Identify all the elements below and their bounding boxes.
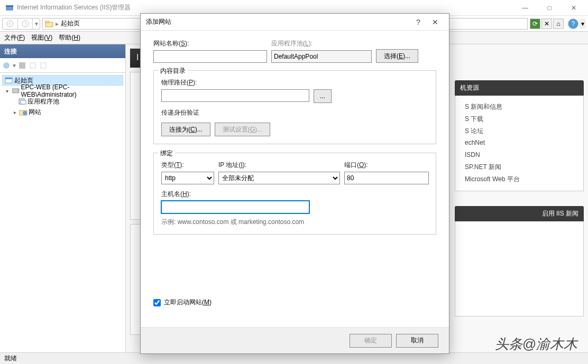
save-icon[interactable]: [18, 61, 26, 70]
svg-rect-5: [45, 21, 49, 23]
binding-fieldset: 绑定 类型(T): http IP 地址(I): 全部未分配 端口(O): 主机…: [153, 153, 436, 235]
browse-path-button[interactable]: ...: [314, 89, 332, 103]
resource-link[interactable]: S 新闻和信息: [465, 101, 578, 113]
svg-rect-11: [5, 78, 12, 79]
back-button[interactable]: [3, 18, 17, 29]
dialog-footer: 确定 取消: [141, 327, 449, 353]
resource-link[interactable]: Microsoft Web 平台: [465, 173, 578, 185]
stop-icon[interactable]: ✕: [541, 18, 552, 29]
window-title: Internet Information Services (IIS)管理器: [17, 3, 513, 12]
nav-tools: ⟳ ✕ ⌂ ? ▾: [530, 18, 586, 29]
breadcrumb-home[interactable]: 起始页: [61, 19, 80, 28]
tree-sites[interactable]: ▸ 网站: [2, 107, 123, 117]
dialog-title-text: 添加网站: [146, 17, 410, 26]
cancel-button[interactable]: 取消: [396, 334, 438, 348]
resource-link[interactable]: echNet: [465, 137, 578, 149]
connection-tree: 起始页 ▾ EPC-WEB (EPC-WEB\Administrator) 应用…: [0, 73, 125, 119]
test-settings-button: 测试设置(G)...: [215, 123, 270, 136]
refresh-icon[interactable]: ⟳: [530, 18, 540, 29]
tree-server[interactable]: ▾ EPC-WEB (EPC-WEB\Administrator): [2, 86, 123, 96]
dialog-help-button[interactable]: ?: [410, 15, 427, 30]
help-dropdown[interactable]: ▾: [580, 18, 586, 29]
app-pool-input: [271, 50, 372, 63]
physical-path-input[interactable]: [161, 89, 309, 102]
ip-select[interactable]: 全部未分配: [218, 172, 340, 184]
physical-path-label: 物理路径(P):: [161, 79, 197, 86]
maximize-button[interactable]: □: [537, 0, 562, 16]
connect-as-button[interactable]: 连接为(C)...: [161, 123, 210, 136]
site-name-label: 网站名称(S):: [153, 39, 267, 48]
dialog-titlebar: 添加网站 ? ✕: [141, 14, 449, 31]
menu-help[interactable]: 帮助(H): [59, 33, 80, 42]
news-panel: [455, 221, 584, 316]
svg-point-6: [3, 62, 10, 69]
port-input[interactable]: [344, 172, 429, 184]
select-pool-button[interactable]: 选择(E)...: [376, 49, 418, 63]
type-label: 类型(T):: [161, 161, 214, 170]
sidebar-toolbar: ▾: [0, 58, 125, 73]
svg-rect-8: [30, 63, 35, 68]
dropdown-arrow[interactable]: ▾: [32, 18, 40, 29]
sites-icon: [19, 108, 27, 116]
nav-arrows: ▾: [2, 18, 40, 30]
app-icon: [5, 4, 14, 12]
dialog-body: 网站名称(S): 应用程序池(L): 选择(E)... 内容目录 物理路径(P)…: [141, 31, 449, 327]
news-header[interactable]: 启用 IIS 新闻: [455, 206, 584, 221]
content-dir-legend: 内容目录: [158, 67, 188, 76]
statusbar: 就绪: [0, 352, 588, 364]
add-website-dialog: 添加网站 ? ✕ 网站名称(S): 应用程序池(L): 选择(E)... 内容目…: [140, 13, 449, 354]
connections-sidebar: 连接 ▾ 起始页 ▾ EPC-WEB (EPC-WEB\Administrato…: [0, 44, 126, 352]
breadcrumb-arrow: ▸: [56, 20, 59, 27]
pass-auth-label: 传递身份验证: [161, 108, 428, 117]
minimize-button[interactable]: —: [513, 0, 537, 16]
hostname-label: 主机名(H):: [161, 190, 191, 198]
hostname-input[interactable]: [161, 201, 309, 213]
start-immediately-row[interactable]: 立即启动网站(M): [153, 298, 436, 307]
svg-point-13: [17, 90, 19, 91]
type-select[interactable]: http: [161, 172, 214, 184]
svg-rect-9: [41, 63, 46, 68]
status-ready: 就绪: [4, 354, 17, 363]
folder-icon: [45, 20, 53, 28]
svg-point-17: [23, 111, 27, 115]
watermark: 头条@渝木木: [495, 335, 577, 353]
forward-button[interactable]: [17, 18, 32, 29]
start-immediately-checkbox[interactable]: [153, 299, 161, 306]
port-label: 端口(O):: [344, 161, 429, 170]
up-icon[interactable]: [29, 61, 37, 70]
toolbar-dropdown[interactable]: ▾: [13, 62, 16, 69]
svg-rect-1: [6, 5, 13, 7]
resource-link[interactable]: ISDN: [465, 149, 578, 161]
connect-icon[interactable]: [2, 61, 11, 70]
settings-icon[interactable]: [39, 61, 48, 70]
resource-link[interactable]: S 下载: [465, 113, 578, 125]
tree-expand-icon[interactable]: ▸: [12, 109, 18, 115]
home-tree-icon: [5, 76, 13, 85]
site-name-input[interactable]: [153, 50, 267, 63]
ip-label: IP 地址(I):: [218, 161, 340, 170]
help-icon[interactable]: ?: [568, 18, 578, 29]
svg-rect-15: [21, 100, 26, 104]
close-button[interactable]: ✕: [562, 0, 586, 16]
tree-server-label: EPC-WEB (EPC-WEB\Administrator): [21, 83, 123, 98]
tree-sites-label: 网站: [29, 108, 41, 117]
resources-panel: S 新闻和信息 S 下载 S 论坛 echNet ISDN SP.NET 新闻 …: [455, 96, 584, 191]
binding-legend: 绑定: [158, 149, 175, 158]
menu-file[interactable]: 文件(F): [4, 33, 25, 42]
dialog-close-button[interactable]: ✕: [427, 15, 444, 30]
resource-link[interactable]: S 论坛: [465, 125, 578, 137]
start-immediately-label: 立即启动网站(M): [164, 298, 212, 307]
content-side: 机资源 S 新闻和信息 S 下载 S 论坛 echNet ISDN SP.NET…: [451, 44, 588, 352]
resources-header: 机资源: [455, 80, 584, 96]
svg-rect-7: [19, 62, 25, 69]
menu-view[interactable]: 视图(V): [31, 33, 52, 42]
ok-button: 确定: [350, 334, 392, 348]
tree-collapse-icon[interactable]: ▾: [4, 88, 11, 94]
tree-app-pools-label: 应用程序池: [27, 97, 59, 106]
server-icon: [12, 87, 20, 95]
app-pool-icon: [18, 97, 26, 106]
sidebar-header: 连接: [0, 44, 125, 58]
svg-point-3: [22, 21, 29, 27]
home-icon[interactable]: ⌂: [553, 18, 564, 29]
resource-link[interactable]: SP.NET 新闻: [465, 161, 578, 173]
